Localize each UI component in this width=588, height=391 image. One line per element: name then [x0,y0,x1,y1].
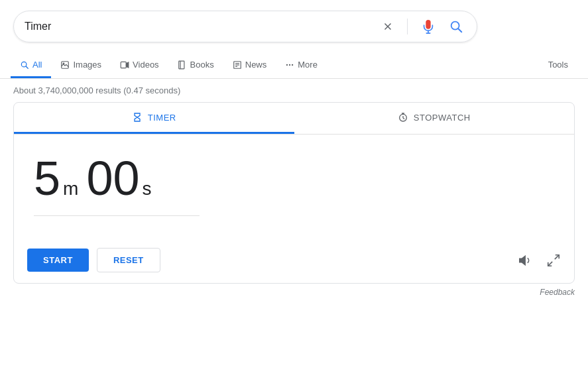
tab-books[interactable]: Books [168,53,223,78]
images-icon [60,60,70,70]
tab-more-label: More [298,60,318,70]
sound-icon [518,253,533,268]
timer-minutes: 5 [34,154,60,202]
timer-separator [34,215,200,216]
divider [407,19,408,34]
timer-seconds: 00 [86,154,139,202]
news-icon [233,60,242,70]
svg-rect-12 [178,61,184,69]
results-count: About 3,740,000,000 results (0.47 second… [0,79,588,102]
tab-all-label: All [32,60,42,70]
tab-images-label: Images [73,60,101,70]
reset-button[interactable]: RESET [97,248,160,272]
svg-line-5 [458,28,461,32]
widget-right-icons [518,253,561,268]
mic-button[interactable] [418,17,438,36]
svg-line-22 [555,254,559,258]
more-icon [285,60,294,70]
all-icon [20,60,29,70]
timer-display: 5 m 00 s [14,135,574,243]
tab-images[interactable]: Images [51,53,111,78]
widget-tab-timer[interactable]: TIMER [14,103,294,134]
tab-news[interactable]: News [223,53,276,78]
hourglass-icon [132,112,143,123]
clock-icon [398,112,408,123]
widget-tab-stopwatch-label: STOPWATCH [414,113,471,123]
widget-tab-timer-label: TIMER [148,113,176,123]
feedback-link[interactable]: Feedback [540,288,575,297]
fullscreen-button[interactable] [546,253,561,268]
tab-videos[interactable]: Videos [111,53,168,78]
svg-marker-11 [126,62,129,67]
svg-rect-10 [121,62,126,68]
timer-time: 5 m 00 s [34,154,554,202]
tab-news-label: News [245,60,267,70]
svg-point-18 [289,64,290,65]
svg-line-7 [26,66,28,68]
timer-widget: TIMER STOPWATCH 5 m 00 s START RESET [13,102,575,284]
search-box [13,11,477,42]
sound-button[interactable] [518,253,533,268]
clear-icon [382,21,394,32]
tab-books-label: Books [190,60,214,70]
search-button[interactable] [446,17,466,36]
nav-tabs: All Images Videos Books News [0,48,588,79]
svg-line-23 [548,261,552,265]
feedback-area: Feedback [0,284,588,301]
svg-point-19 [292,64,293,65]
timer-seconds-unit: s [142,178,151,199]
books-icon [178,60,187,70]
widget-tabs: TIMER STOPWATCH [14,103,574,135]
fullscreen-icon [546,253,561,268]
svg-marker-21 [520,256,525,264]
timer-minutes-unit: m [63,178,78,199]
widget-tab-stopwatch[interactable]: STOPWATCH [294,103,575,134]
results-count-text: About 3,740,000,000 results (0.47 second… [13,85,180,95]
search-input[interactable] [25,21,379,32]
tab-tools[interactable]: Tools [539,53,577,78]
search-icons [379,17,466,36]
svg-point-17 [286,64,288,65]
tab-more[interactable]: More [276,53,327,78]
mic-icon [421,19,436,34]
search-icon [449,19,463,34]
videos-icon [120,60,129,70]
clear-button[interactable] [379,18,396,35]
timer-controls: START RESET [14,243,574,283]
tab-videos-label: Videos [133,60,159,70]
search-bar-area [0,0,588,42]
tab-all[interactable]: All [11,53,51,78]
start-button[interactable]: START [27,249,89,272]
tab-tools-label: Tools [548,60,568,70]
